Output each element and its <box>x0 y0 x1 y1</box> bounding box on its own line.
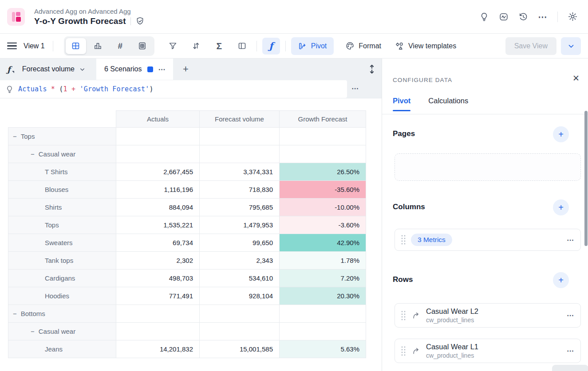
forecast-volume-cell[interactable] <box>200 323 280 340</box>
aggregate-button[interactable]: Σ <box>211 39 227 54</box>
row-header-cell[interactable]: −Bottoms <box>8 305 116 323</box>
drag-handle-icon[interactable] <box>400 234 406 246</box>
expand-formula-bar-button[interactable] <box>367 64 376 74</box>
actuals-cell[interactable]: 14,201,832 <box>116 340 200 358</box>
row-header-cell[interactable]: T Shirts <box>8 163 116 181</box>
columns-metrics-card[interactable]: 3 Metrics ⋯ <box>395 229 581 251</box>
row-header-cell[interactable]: Tank tops <box>8 252 116 269</box>
growth-forecast-cell[interactable] <box>280 323 366 340</box>
actuals-cell[interactable]: 1,116,196 <box>116 181 200 199</box>
forecast-volume-cell[interactable]: 534,610 <box>200 269 280 287</box>
collapse-toggle[interactable]: − <box>31 150 35 158</box>
activity-button[interactable] <box>496 9 511 24</box>
formula-button[interactable]: ƒ <box>262 38 280 55</box>
close-panel-button[interactable]: ✕ <box>572 73 580 83</box>
actuals-cell[interactable]: 884,094 <box>116 199 200 216</box>
row-field-card[interactable]: Casual Wear L1 cw_product_lines ⋯ <box>395 339 581 363</box>
view-type-card-button[interactable] <box>132 38 153 54</box>
actuals-cell[interactable]: 1,535,221 <box>116 216 200 234</box>
view-templates-button[interactable]: View templates <box>395 41 456 51</box>
forecast-volume-cell[interactable]: 1,479,953 <box>200 216 280 234</box>
growth-forecast-cell[interactable]: -35.60% <box>280 181 366 199</box>
forecast-volume-cell[interactable]: 795,685 <box>200 199 280 216</box>
row-header-cell[interactable]: Cardigans <box>8 269 116 287</box>
format-button[interactable]: Format <box>345 41 381 51</box>
column-header-growth-forecast[interactable]: Growth Forecast <box>280 110 366 128</box>
drag-handle-icon[interactable] <box>400 345 406 357</box>
actuals-cell[interactable]: 2,302 <box>116 252 200 269</box>
row-header-cell[interactable]: Jeans <box>8 340 116 358</box>
forecast-volume-cell[interactable]: 3,374,331 <box>200 163 280 181</box>
actuals-cell[interactable]: 771,491 <box>116 287 200 305</box>
growth-forecast-cell[interactable] <box>280 128 366 145</box>
row-header-cell[interactable]: Blouses <box>8 181 116 199</box>
growth-forecast-cell[interactable]: 5.63% <box>280 340 366 358</box>
column-header-forecast-volume[interactable]: Forecast volume <box>200 110 280 128</box>
column-header-actuals[interactable]: Actuals <box>116 110 200 128</box>
actuals-cell[interactable] <box>116 145 200 163</box>
view-type-number-button[interactable]: # <box>110 38 130 54</box>
growth-forecast-cell[interactable]: 42.90% <box>280 234 366 252</box>
scenario-tab[interactable]: 6 Scenarios ⋯ <box>96 59 173 80</box>
insights-button[interactable] <box>477 9 492 24</box>
forecast-volume-cell[interactable]: 928,104 <box>200 287 280 305</box>
row-header-cell[interactable]: −Casual wear <box>8 145 116 163</box>
row-header-cell[interactable]: −Casual wear <box>8 323 116 340</box>
growth-forecast-cell[interactable]: -3.60% <box>280 216 366 234</box>
collapse-toggle[interactable]: − <box>31 328 35 335</box>
formula-menu-button[interactable]: ⋯ <box>351 84 359 93</box>
forecast-volume-cell[interactable]: 718,830 <box>200 181 280 199</box>
forecast-volume-cell[interactable]: 15,001,585 <box>200 340 280 358</box>
view-selector[interactable]: View 1 <box>24 42 45 50</box>
page-title[interactable]: Y-o-Y Growth Forecast <box>34 16 126 26</box>
element-selector[interactable]: Forecast volume <box>22 65 86 73</box>
save-view-dropdown-button[interactable] <box>561 37 581 55</box>
tab-calculations[interactable]: Calculations <box>428 97 468 111</box>
view-type-grid-button[interactable] <box>66 38 86 54</box>
sort-button[interactable] <box>188 39 204 54</box>
view-type-chart-button[interactable] <box>88 38 108 54</box>
breadcrumb[interactable]: Advanced Agg on Advanced Agg <box>34 8 145 15</box>
more-options-button[interactable]: ⋯ <box>535 9 550 24</box>
growth-forecast-cell[interactable]: 20.30% <box>280 287 366 305</box>
growth-forecast-cell[interactable]: 26.50% <box>280 163 366 181</box>
menu-button[interactable] <box>7 43 17 50</box>
actuals-cell[interactable] <box>116 305 200 323</box>
growth-forecast-cell[interactable]: -10.00% <box>280 199 366 216</box>
metrics-pill[interactable]: 3 Metrics <box>411 234 452 246</box>
growth-forecast-cell[interactable] <box>280 145 366 163</box>
filter-button[interactable] <box>165 39 181 54</box>
fx-dropdown-icon[interactable]: ƒ <box>7 65 14 74</box>
drag-handle-icon[interactable] <box>400 310 406 321</box>
row-field-menu-button[interactable]: ⋯ <box>567 347 574 355</box>
forecast-volume-cell[interactable] <box>200 305 280 323</box>
settings-button[interactable] <box>565 9 580 24</box>
row-header-cell[interactable]: Hoodies <box>8 287 116 305</box>
panel-scrollbar[interactable] <box>584 111 588 246</box>
history-button[interactable] <box>516 9 531 24</box>
actuals-cell[interactable] <box>116 128 200 145</box>
add-column-button[interactable]: + <box>553 199 569 215</box>
growth-forecast-cell[interactable] <box>280 305 366 323</box>
add-tab-button[interactable]: + <box>179 62 193 76</box>
app-logo[interactable] <box>7 8 25 26</box>
row-header-cell[interactable]: −Tops <box>8 128 116 145</box>
split-panel-button[interactable] <box>234 39 250 54</box>
actuals-cell[interactable]: 2,667,455 <box>116 163 200 181</box>
collapse-toggle[interactable]: − <box>13 133 17 140</box>
metrics-menu-button[interactable]: ⋯ <box>567 236 574 244</box>
growth-forecast-cell[interactable]: 1.78% <box>280 252 366 269</box>
actuals-cell[interactable]: 69,734 <box>116 234 200 252</box>
row-field-menu-button[interactable]: ⋯ <box>567 311 574 320</box>
pivot-button[interactable]: Pivot <box>291 37 334 55</box>
shield-check-icon[interactable] <box>135 16 145 26</box>
forecast-volume-cell[interactable]: 99,650 <box>200 234 280 252</box>
formula-input[interactable]: Actuals * (1 + 'Growth Forecast') <box>0 80 347 98</box>
forecast-volume-cell[interactable] <box>200 145 280 163</box>
actuals-cell[interactable]: 498,703 <box>116 269 200 287</box>
growth-forecast-cell[interactable]: 7.20% <box>280 269 366 287</box>
row-header-cell[interactable]: Shirts <box>8 199 116 216</box>
scenario-tab-menu-button[interactable]: ⋯ <box>158 65 166 74</box>
save-view-button[interactable]: Save View <box>505 37 556 55</box>
actuals-cell[interactable] <box>116 323 200 340</box>
